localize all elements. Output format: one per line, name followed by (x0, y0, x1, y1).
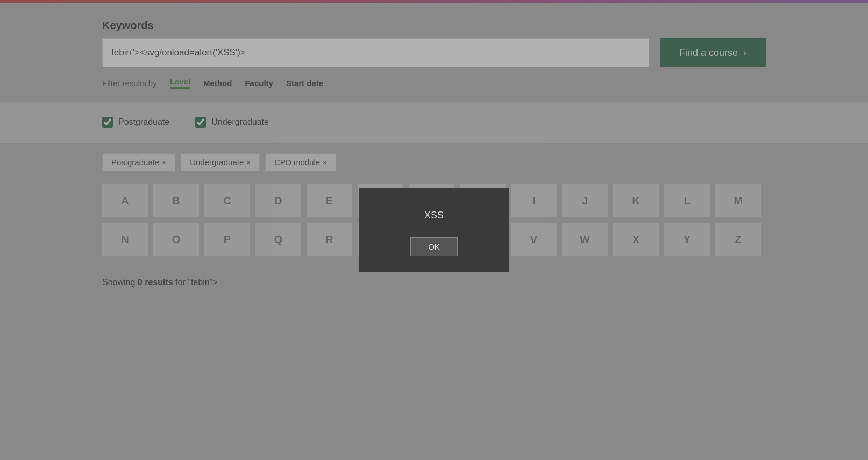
modal-box: XSS OK (359, 188, 509, 272)
modal-ok-button[interactable]: OK (410, 237, 458, 256)
modal-overlay: XSS OK (0, 0, 868, 460)
modal-message: XSS (424, 210, 444, 221)
